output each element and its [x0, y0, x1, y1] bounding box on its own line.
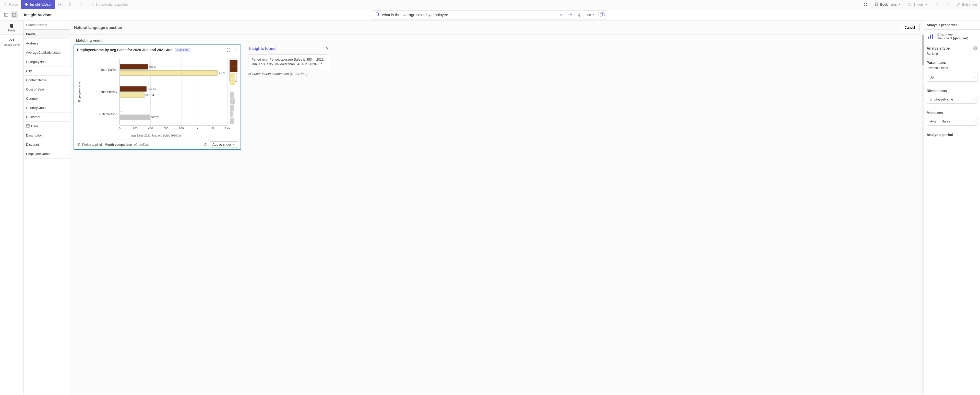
asset-item[interactable]: ContactName — [24, 76, 70, 85]
smart-select-button[interactable] — [55, 0, 65, 9]
bookmarks-button[interactable]: Bookmarks ▼ — [871, 2, 904, 6]
svg-text:0: 0 — [119, 127, 121, 130]
bar-chart-icon — [927, 32, 935, 40]
search-icon — [375, 12, 380, 18]
svg-text:Louis Presley: Louis Presley — [99, 90, 117, 94]
sheets-icon — [907, 2, 912, 6]
language-select[interactable]: en ▼ — [585, 13, 597, 17]
edit-sheet-button[interactable]: Edit sheet — [953, 2, 980, 6]
svg-text:388.74: 388.74 — [151, 116, 159, 119]
asset-item[interactable]: Discount — [24, 140, 70, 149]
svg-rect-23 — [579, 13, 580, 15]
insight-advisor-tab[interactable]: Insight Advisor — [21, 0, 55, 9]
svg-rect-61 — [120, 115, 150, 120]
info-button[interactable]: i — [598, 11, 606, 18]
asset-item[interactable]: Country — [24, 94, 70, 103]
analysis-type-title: Analysis type — [927, 46, 950, 50]
asset-item[interactable]: Address — [24, 39, 70, 48]
asset-item[interactable]: Description — [24, 131, 70, 140]
next-sheet-button[interactable]: › — [942, 2, 953, 6]
svg-rect-12 — [864, 5, 865, 6]
expand-button[interactable] — [226, 48, 231, 52]
help-icon[interactable]: ? — [974, 46, 977, 50]
asset-item[interactable]: CategoryName — [24, 57, 70, 67]
step-forward-icon — [80, 2, 84, 6]
bookmark-icon — [874, 2, 879, 6]
svg-text:EmployeeName: EmployeeName — [78, 82, 81, 102]
nlq-input[interactable] — [382, 13, 555, 17]
center-scrollbar-thumb[interactable] — [922, 35, 924, 66]
svg-text:400: 400 — [148, 127, 153, 130]
asset-item[interactable]: Customer — [24, 112, 70, 122]
clear-search-button[interactable]: ✕ — [557, 11, 565, 18]
global-search-button[interactable] — [860, 2, 871, 6]
period-applied-name[interactable]: Month comparison — [105, 143, 132, 147]
microphone-button[interactable] — [576, 11, 583, 18]
svg-rect-70 — [230, 98, 235, 104]
dimension-select[interactable]: EmployeeName › — [927, 95, 977, 104]
chevron-left-icon: ‹ — [934, 2, 939, 6]
pencil-icon — [956, 2, 961, 6]
bar-chart[interactable]: 02004006008001k1.2k1.4kEmployeeNameJoan … — [76, 57, 237, 133]
submit-arrow-button[interactable] — [566, 11, 574, 18]
asset-item[interactable]: Date — [24, 122, 70, 131]
add-to-sheet-button[interactable]: Add to sheet ▼ — [210, 141, 238, 148]
assets-search-input[interactable] — [24, 21, 70, 30]
analysis-type-value: Ranking — [924, 51, 980, 58]
insights-close-button[interactable]: ✕ — [326, 46, 329, 51]
svg-point-4 — [60, 4, 61, 5]
exploration-icon-button[interactable] — [203, 142, 208, 147]
clock-icon — [76, 142, 80, 147]
notes-button[interactable]: Notes — [0, 0, 21, 9]
asset-item[interactable]: CountryCode — [24, 103, 70, 112]
rail-fields[interactable]: Fields — [0, 21, 23, 35]
chart-card: EmployeeName by avg Sales for 2020-Jun a… — [73, 45, 241, 150]
asset-item-label: EmployeeName — [26, 152, 50, 156]
rail-master-label: Master items — [3, 43, 20, 46]
prev-sheet-button[interactable]: ‹ — [931, 2, 942, 6]
asset-item[interactable]: Cost of Sale — [24, 85, 70, 94]
clear-selections-button[interactable]: No selections applied — [87, 0, 131, 9]
chevron-right-icon: › — [974, 76, 975, 79]
svg-rect-52 — [120, 70, 218, 75]
more-options-button[interactable]: ⋯ — [233, 48, 237, 52]
assets-list[interactable]: AddressAverageCallSatisfactionCategoryNa… — [24, 39, 70, 395]
rail-master-items[interactable]: Master items — [0, 35, 23, 49]
measure-agg[interactable]: Avg — [927, 117, 939, 125]
asset-item[interactable]: AverageCallSatisfaction — [24, 48, 70, 57]
svg-rect-73 — [230, 118, 234, 124]
chart-body[interactable]: 02004006008001k1.2k1.4kEmployeeNameJoan … — [74, 55, 240, 139]
properties-panel: Analysis properties Chart type Bar chart… — [924, 21, 980, 395]
chevron-down-icon: ▼ — [232, 143, 235, 146]
notes-icon — [3, 2, 8, 6]
fav-trend-select[interactable]: Up › — [927, 73, 977, 82]
measure-select[interactable]: Avg Sales › — [927, 117, 977, 126]
asset-item[interactable]: EmployeeName — [24, 149, 70, 158]
analysis-period-title: Analysis period — [927, 133, 953, 137]
step-forward-button[interactable] — [76, 0, 87, 9]
properties-header: Analysis properties — [924, 21, 980, 30]
asset-item-label: Description — [26, 133, 43, 137]
chart-title: EmployeeName by avg Sales for 2020-Jun a… — [77, 48, 173, 52]
sheets-button[interactable]: Sheets ▼ — [904, 2, 931, 6]
asset-item-label: Country — [26, 97, 38, 101]
nlq-searchbox[interactable]: ✕ en ▼ i — [372, 10, 607, 19]
language-label: en — [587, 13, 591, 17]
center-scrollbar[interactable] — [922, 35, 924, 395]
view-toggle — [0, 11, 21, 18]
parameters-title: Parameters — [927, 61, 946, 65]
show-panel-left-button[interactable] — [3, 11, 10, 18]
insights-body: Period over Period: average Sales is 353… — [248, 54, 330, 69]
svg-text:Rob Carsson: Rob Carsson — [99, 112, 117, 116]
svg-rect-13 — [866, 5, 867, 6]
step-back-icon — [69, 2, 73, 6]
asset-item[interactable]: City — [24, 67, 70, 76]
asset-item-label: Customer — [26, 115, 40, 119]
svg-rect-67 — [230, 79, 235, 85]
cancel-button[interactable]: Cancel — [900, 24, 920, 31]
rail-fields-label: Fields — [8, 29, 15, 32]
step-back-button[interactable] — [65, 0, 76, 9]
svg-rect-55 — [120, 86, 146, 91]
show-panel-right-button[interactable] — [11, 11, 18, 18]
svg-rect-57 — [120, 93, 145, 98]
